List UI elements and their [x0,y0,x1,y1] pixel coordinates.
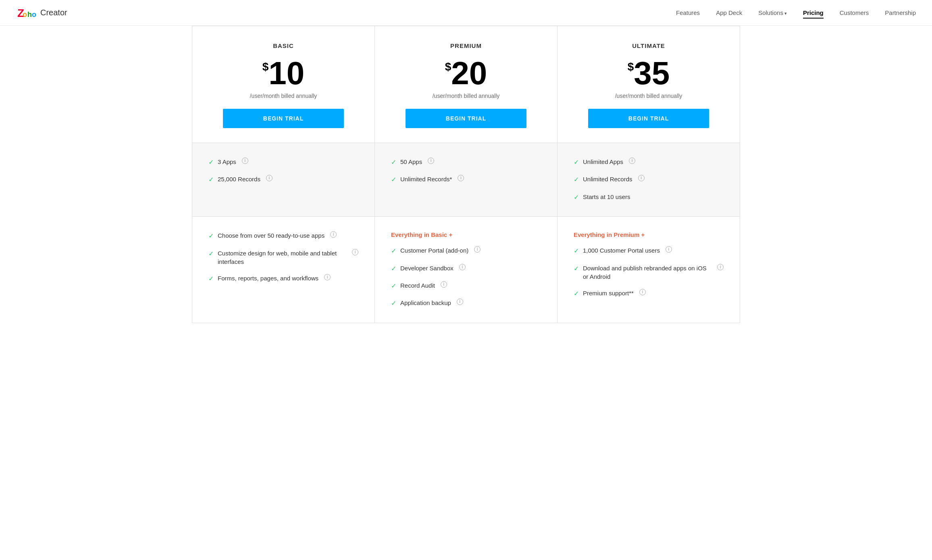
price-amount-basic: 10 [268,57,304,89]
info-icon[interactable]: i [639,289,646,295]
info-icon[interactable]: i [266,175,273,181]
check-icon: ✓ [574,264,579,273]
info-icon[interactable]: i [457,299,463,305]
check-icon: ✓ [391,158,396,167]
nav-item-customers[interactable]: Customers [840,9,869,17]
nav-item-partnership[interactable]: Partnership [885,9,916,17]
highlights-cell-basic: ✓ 3 Apps i ✓ 25,000 Records i [192,143,375,217]
logo-area: Z o h o Creator [16,6,67,20]
check-icon: ✓ [391,299,396,308]
svg-text:o: o [32,10,36,19]
highlight-item: ✓ Unlimited Apps i [574,158,724,167]
nav-item-solutions[interactable]: Solutions▾ [758,9,787,17]
price-container-ultimate: $ 35 [574,57,724,89]
zoho-logo-icon: Z o h o [16,6,37,20]
plan-header-ultimate: ULTIMATE $ 35 /user/month billed annuall… [558,26,740,143]
price-billing-ultimate: /user/month billed annually [574,93,724,99]
info-icon[interactable]: i [666,246,672,253]
trial-button-premium[interactable]: BEGIN TRIAL [406,109,526,128]
check-icon: ✓ [208,158,214,167]
feature-item: ✓ Application backup i [391,299,541,308]
svg-text:o: o [23,10,27,19]
feature-item: ✓ Developer Sandbox i [391,264,541,273]
check-icon: ✓ [208,175,214,184]
features-cell-ultimate: Everything in Premium + ✓ 1,000 Customer… [558,217,740,323]
price-dollar-ultimate: $ [628,60,634,73]
dropdown-arrow-icon: ▾ [784,11,787,16]
features-cell-basic: ✓ Choose from over 50 ready-to-use apps … [192,217,375,323]
feature-item: ✓ Forms, reports, pages, and workflows i [208,274,358,283]
navbar: Z o h o Creator Features App Deck Soluti… [0,0,932,26]
check-icon: ✓ [574,158,579,167]
highlight-item: ✓ Unlimited Records* i [391,175,541,184]
feature-item: ✓ Premium support** i [574,289,724,298]
info-icon[interactable]: i [441,281,447,288]
features-cell-premium: Everything in Basic + ✓ Customer Portal … [375,217,558,323]
feature-item: ✓ 1,000 Customer Portal users i [574,246,724,255]
info-icon[interactable]: i [428,158,434,164]
check-icon: ✓ [208,249,214,258]
pricing-section: BASIC $ 10 /user/month billed annually B… [184,26,748,323]
nav-item-features[interactable]: Features [676,9,700,17]
plan-grid: BASIC $ 10 /user/month billed annually B… [192,26,740,323]
check-icon: ✓ [208,274,214,283]
info-icon[interactable]: i [458,175,464,181]
highlights-cell-premium: ✓ 50 Apps i ✓ Unlimited Records* i [375,143,558,217]
check-icon: ✓ [391,247,396,255]
everything-label-ultimate: Everything in Premium + [574,231,724,238]
highlight-item-starts-at: ✓ Starts at 10 users [574,193,724,202]
check-icon: ✓ [391,175,396,184]
plan-name-premium: PREMIUM [391,42,541,49]
feature-item: ✓ Choose from over 50 ready-to-use apps … [208,231,358,241]
plan-header-basic: BASIC $ 10 /user/month billed annually B… [192,26,375,143]
plan-name-basic: BASIC [208,42,358,49]
everything-label-premium: Everything in Basic + [391,231,541,238]
info-icon[interactable]: i [459,264,466,270]
check-icon: ✓ [391,264,396,273]
price-billing-basic: /user/month billed annually [208,93,358,99]
price-amount-premium: 20 [451,57,487,89]
feature-item: ✓ Download and publish rebranded apps on… [574,264,724,281]
info-icon[interactable]: i [474,246,481,253]
info-icon[interactable]: i [330,231,337,238]
highlight-item: ✓ Unlimited Records i [574,175,724,184]
highlight-item: ✓ 50 Apps i [391,158,541,167]
check-icon: ✓ [574,289,579,298]
price-container-premium: $ 20 [391,57,541,89]
info-icon[interactable]: i [242,158,248,164]
feature-item: ✓ Customize design for web, mobile and t… [208,249,358,266]
highlight-item: ✓ 3 Apps i [208,158,358,167]
feature-item: ✓ Record Audit i [391,281,541,290]
nav-item-appdeck[interactable]: App Deck [716,9,742,17]
plan-header-premium: PREMIUM $ 20 /user/month billed annually… [375,26,558,143]
trial-button-basic[interactable]: BEGIN TRIAL [223,109,344,128]
info-icon[interactable]: i [629,158,635,164]
price-dollar-basic: $ [262,60,269,73]
svg-text:h: h [27,10,32,19]
nav-links: Features App Deck Solutions▾ Pricing Cus… [676,9,916,17]
check-icon: ✓ [391,282,396,290]
price-billing-premium: /user/month billed annually [391,93,541,99]
price-amount-ultimate: 35 [634,57,670,89]
info-icon[interactable]: i [638,175,645,181]
info-icon[interactable]: i [717,264,724,270]
check-icon: ✓ [574,247,579,255]
plan-name-ultimate: ULTIMATE [574,42,724,49]
trial-button-ultimate[interactable]: BEGIN TRIAL [588,109,709,128]
highlights-cell-ultimate: ✓ Unlimited Apps i ✓ Unlimited Records i… [558,143,740,217]
check-icon: ✓ [574,175,579,184]
check-icon: ✓ [208,232,214,241]
info-icon[interactable]: i [324,274,331,280]
price-dollar-premium: $ [445,60,451,73]
nav-item-pricing[interactable]: Pricing [803,9,824,17]
feature-item: ✓ Customer Portal (add-on) i [391,246,541,255]
info-icon[interactable]: i [352,249,358,255]
check-icon: ✓ [574,193,579,202]
price-container-basic: $ 10 [208,57,358,89]
highlight-item: ✓ 25,000 Records i [208,175,358,184]
brand-name: Creator [40,8,67,17]
